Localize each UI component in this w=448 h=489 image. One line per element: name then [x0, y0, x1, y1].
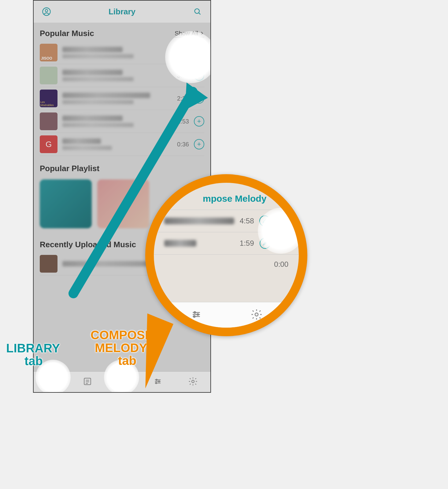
track-duration: 1:22 — [177, 49, 189, 56]
track-duration: 2:33 — [177, 95, 189, 102]
track-row[interactable]: 3:35 + — [40, 64, 204, 87]
svg-point-1 — [45, 9, 48, 12]
melody-duration: 1:59 — [240, 239, 254, 248]
annotation-library-tab: LIBRARY tab — [6, 342, 60, 367]
svg-point-2 — [195, 9, 199, 13]
svg-point-10 — [121, 382, 122, 383]
track-duration: 1:53 — [177, 118, 189, 125]
annotation-text: LIBRARY — [6, 341, 60, 355]
magnifier-compose-melody: mpose Melody + 4:58 ••• 1:59 ••• 0:00 — [145, 174, 307, 336]
album-thumb: Les Misérables — [40, 90, 57, 107]
album-thumb — [40, 67, 57, 84]
show-all-link[interactable]: Show All — [175, 30, 204, 37]
popular-music-section: Popular Music Show All JISOO 1:22 + 3:35… — [34, 23, 210, 158]
show-all-label: Show All — [175, 30, 198, 37]
tab-mixer[interactable] — [153, 377, 163, 388]
chevron-right-icon — [199, 31, 204, 36]
tab-settings[interactable] — [250, 308, 263, 322]
edit-melody-button[interactable] — [259, 215, 270, 226]
tab-library[interactable] — [46, 376, 57, 388]
svg-line-3 — [199, 13, 201, 15]
section-title-popular-music: Popular Music — [40, 29, 94, 38]
add-track-button[interactable]: + — [194, 139, 204, 149]
bottom-tabbar — [34, 371, 210, 392]
svg-point-27 — [255, 313, 258, 316]
tab-mixer[interactable] — [190, 308, 202, 322]
track-duration: 0:36 — [177, 141, 189, 148]
svg-point-4 — [50, 383, 52, 385]
add-melody-button[interactable]: + — [280, 191, 288, 206]
svg-point-25 — [197, 314, 198, 315]
section-title-popular-playlist: Popular Playlist — [40, 164, 99, 173]
add-track-button[interactable]: + — [194, 47, 204, 58]
page-title: Library — [109, 7, 135, 17]
album-thumb: JISOO — [40, 44, 57, 61]
playlist-card[interactable] — [40, 179, 92, 228]
melody-row[interactable]: 4:58 ••• — [154, 210, 299, 232]
melody-duration: 4:58 — [240, 217, 254, 225]
album-thumb: G — [40, 135, 57, 153]
svg-point-17 — [155, 382, 157, 384]
svg-point-24 — [194, 311, 195, 313]
more-options-button[interactable]: ••• — [276, 216, 288, 226]
more-options-button[interactable]: ••• — [276, 238, 289, 248]
add-track-button[interactable]: + — [194, 116, 204, 127]
svg-point-18 — [192, 380, 194, 383]
tab-settings[interactable] — [188, 377, 198, 388]
melody-row[interactable]: 0:00 — [154, 255, 299, 274]
track-duration: 3:35 — [177, 72, 189, 79]
section-title-recently-uploaded: Recently Uploaded Music — [40, 240, 136, 249]
track-row[interactable]: Les Misérables 2:33 + — [40, 87, 204, 110]
album-thumb — [40, 112, 57, 130]
melody-row[interactable]: 1:59 ••• — [154, 232, 299, 255]
search-icon[interactable] — [192, 6, 203, 17]
track-row[interactable]: JISOO 1:22 + — [40, 41, 204, 64]
annotation-text: tab — [24, 354, 43, 368]
add-track-button[interactable]: + — [194, 93, 204, 104]
album-thumb — [40, 255, 57, 273]
profile-icon[interactable] — [41, 6, 52, 17]
add-track-button[interactable]: + — [194, 70, 204, 81]
edit-melody-button[interactable] — [260, 238, 271, 249]
svg-point-11 — [122, 381, 124, 383]
track-row[interactable]: G 0:36 + — [40, 133, 204, 156]
svg-point-26 — [193, 316, 195, 317]
melody-duration: 0:00 — [274, 260, 288, 269]
svg-point-16 — [158, 381, 160, 382]
tab-playlist[interactable] — [83, 377, 92, 388]
compose-melody-title: mpose Melody — [203, 193, 266, 204]
app-header: Library — [34, 1, 210, 23]
playlist-card[interactable] — [97, 179, 149, 228]
track-row[interactable]: 1:53 + — [40, 110, 204, 133]
svg-point-15 — [156, 379, 157, 380]
